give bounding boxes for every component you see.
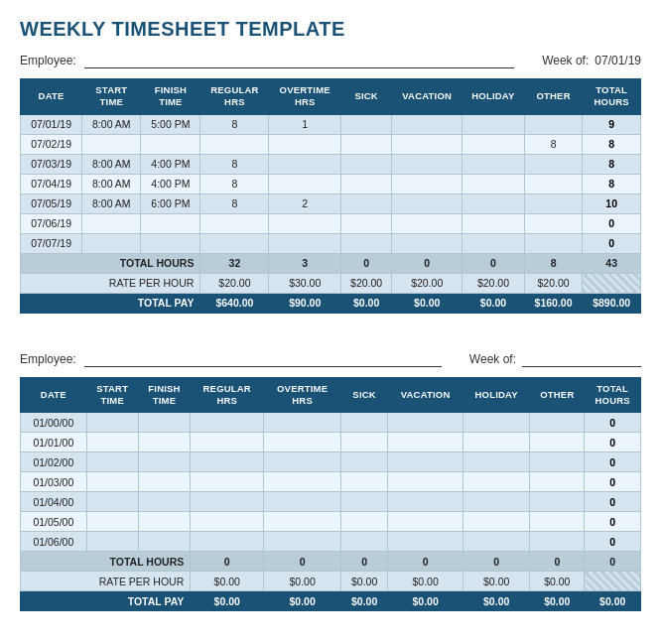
- cell-date-3: 07/04/19: [21, 174, 82, 193]
- cell-vacation-3: [388, 472, 463, 492]
- cell-vacation-0: [392, 114, 463, 134]
- pay-holiday: $0.00: [463, 591, 530, 611]
- cell-sick-0: [341, 114, 392, 134]
- cell-finish-6: [141, 233, 200, 253]
- cell-sick-3: [341, 472, 388, 492]
- cell-vacation-6: [388, 532, 463, 552]
- employee-input-2[interactable]: [84, 351, 442, 367]
- col-other-2: OTHER: [530, 377, 585, 413]
- pay-sick: $0.00: [341, 293, 392, 313]
- pay-other: $160.00: [524, 293, 583, 313]
- col-regular-1: REGULARHRS: [200, 79, 269, 115]
- cell-holiday-3: [463, 472, 530, 492]
- cell-other-0: [524, 114, 583, 134]
- cell-regular-4: [191, 492, 264, 512]
- totals-other: 8: [524, 253, 583, 273]
- cell-total-3: 0: [585, 472, 641, 492]
- cell-finish-5: [141, 213, 200, 233]
- cell-holiday-4: [463, 193, 525, 213]
- pay-vacation: $0.00: [388, 591, 463, 611]
- cell-sick-0: [341, 413, 388, 433]
- table-row: 01/00/000: [21, 413, 641, 433]
- cell-sick-2: [341, 154, 392, 174]
- cell-finish-3: 4:00 PM: [141, 174, 200, 193]
- cell-start-5: [86, 512, 138, 532]
- cell-regular-2: 8: [200, 154, 269, 174]
- cell-vacation-1: [392, 134, 463, 154]
- cell-sick-6: [341, 233, 392, 253]
- cell-holiday-6: [463, 532, 530, 552]
- cell-total-2: 0: [585, 452, 641, 472]
- cell-finish-6: [138, 532, 191, 552]
- cell-regular-3: 8: [200, 174, 269, 193]
- table-row: 07/01/198:00 AM5:00 PM819: [21, 114, 641, 134]
- cell-sick-5: [341, 512, 388, 532]
- cell-regular-0: 8: [200, 114, 269, 134]
- employee-input-1[interactable]: [84, 53, 514, 68]
- cell-finish-4: [138, 492, 191, 512]
- col-date-2: DATE: [21, 377, 87, 413]
- cell-finish-5: [138, 512, 191, 532]
- cell-total-1: 0: [585, 433, 641, 452]
- rate-overtime: $30.00: [269, 273, 341, 293]
- cell-sick-2: [341, 452, 388, 472]
- cell-start-3: [86, 472, 138, 492]
- cell-start-0: [86, 413, 138, 433]
- cell-start-4: [86, 492, 138, 512]
- cell-total-6: 0: [583, 233, 641, 253]
- cell-date-0: 07/01/19: [21, 114, 82, 134]
- cell-vacation-5: [392, 213, 463, 233]
- cell-sick-4: [341, 492, 388, 512]
- cell-start-1: [86, 433, 138, 452]
- col-other-1: OTHER: [524, 79, 583, 115]
- rate-row: RATE PER HOUR$20.00$30.00$20.00$20.00$20…: [21, 273, 641, 293]
- cell-total-3: 8: [583, 174, 641, 193]
- cell-regular-6: [191, 532, 264, 552]
- totals-vacation: 0: [392, 253, 463, 273]
- cell-holiday-1: [463, 433, 530, 452]
- cell-date-3: 01/03/00: [21, 472, 87, 492]
- cell-start-5: [82, 213, 141, 233]
- cell-start-2: [86, 452, 138, 472]
- cell-holiday-2: [463, 154, 525, 174]
- cell-vacation-5: [388, 512, 463, 532]
- rate-overtime: $0.00: [264, 572, 341, 591]
- cell-date-2: 01/02/00: [21, 452, 87, 472]
- employee-row-1: Employee: Week of: 07/01/19: [20, 53, 641, 68]
- col-sick-1: SICK: [341, 79, 392, 115]
- cell-other-6: [524, 233, 583, 253]
- pay-regular: $0.00: [191, 591, 264, 611]
- cell-other-5: [524, 213, 583, 233]
- week-date-input-2[interactable]: [522, 351, 641, 367]
- cell-overtime-1: [264, 433, 341, 452]
- cell-date-2: 07/03/19: [21, 154, 82, 174]
- cell-overtime-3: [269, 174, 341, 193]
- cell-regular-5: [200, 213, 269, 233]
- cell-holiday-1: [463, 134, 525, 154]
- cell-overtime-1: [269, 134, 341, 154]
- totals-label: TOTAL HOURS: [21, 253, 200, 273]
- cell-date-5: 01/05/00: [21, 512, 87, 532]
- table-row: 07/02/1988: [21, 134, 641, 154]
- cell-start-1: [82, 134, 141, 154]
- cell-overtime-0: 1: [269, 114, 341, 134]
- cell-total-5: 0: [583, 213, 641, 233]
- totals-regular: 0: [191, 552, 264, 572]
- pay-label: TOTAL PAY: [21, 591, 191, 611]
- cell-vacation-6: [392, 233, 463, 253]
- col-vacation-2: VACATION: [388, 377, 463, 413]
- cell-date-6: 07/07/19: [21, 233, 82, 253]
- rate-regular: $20.00: [200, 273, 269, 293]
- table-row: 01/01/000: [21, 433, 641, 452]
- cell-start-6: [86, 532, 138, 552]
- pay-sick: $0.00: [341, 591, 388, 611]
- cell-other-4: [530, 492, 585, 512]
- totals-sick: 0: [341, 253, 392, 273]
- col-overtime-1: OVERTIMEHRS: [269, 79, 341, 115]
- cell-regular-1: [200, 134, 269, 154]
- cell-start-2: 8:00 AM: [82, 154, 141, 174]
- cell-total-4: 10: [583, 193, 641, 213]
- cell-start-3: 8:00 AM: [82, 174, 141, 193]
- rate-label: RATE PER HOUR: [21, 572, 191, 591]
- pay-vacation: $0.00: [392, 293, 463, 313]
